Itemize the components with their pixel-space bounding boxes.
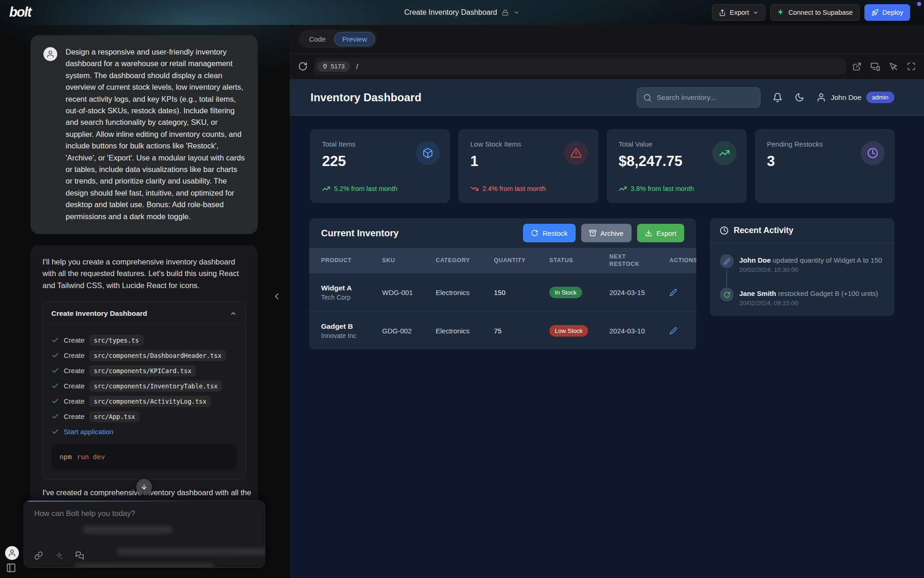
kpi-card-total-value: Total Value $8,247.75 3.8% from last mon… <box>607 129 747 203</box>
command-args: run dev <box>77 453 105 461</box>
user-name: John Doe <box>831 93 861 102</box>
responsive-devices-icon[interactable] <box>870 61 880 71</box>
file-path-chip[interactable]: src/App.tsx <box>89 411 140 422</box>
open-external-icon[interactable] <box>852 62 862 71</box>
check-icon <box>51 412 59 420</box>
step-action: Create <box>64 397 85 405</box>
build-steps-panel: Create Inventory Dashboard Create src/ty… <box>43 301 246 480</box>
status-badge: Low Stock <box>549 325 588 337</box>
deploy-button[interactable]: Deploy <box>864 4 910 21</box>
status-badge: In Stock <box>549 287 582 298</box>
category-cell: Electronics <box>436 289 494 296</box>
chevron-down-icon <box>753 10 759 16</box>
chat-input[interactable] <box>34 509 251 518</box>
column-header: STATUS <box>549 257 609 264</box>
kpi-card-pending-restocks: Pending Restocks 3 <box>755 129 895 203</box>
link-attach-button[interactable] <box>34 551 43 560</box>
port-badge[interactable]: 5173 <box>317 61 350 72</box>
build-step: Create src/App.tsx <box>51 409 237 424</box>
trending-down-icon <box>470 184 479 193</box>
collapse-chat-button[interactable] <box>272 291 282 301</box>
export-csv-button[interactable]: Export <box>637 224 684 242</box>
step-action: Create <box>64 412 85 420</box>
command-name: npm <box>60 453 72 461</box>
chat-mode-button[interactable] <box>75 551 84 560</box>
check-icon <box>51 382 59 390</box>
check-icon <box>51 367 59 375</box>
role-badge: admin <box>866 92 894 103</box>
account-avatar[interactable] <box>5 546 19 560</box>
file-path-chip[interactable]: src/components/KPICard.tsx <box>89 365 196 376</box>
archive-button[interactable]: Archive <box>581 224 632 242</box>
user-menu[interactable]: John Doe admin <box>816 92 894 103</box>
step-action: Create <box>64 367 85 375</box>
blurred-text <box>116 548 265 555</box>
file-path-chip[interactable]: src/components/DashboardHeader.tsx <box>89 350 226 361</box>
file-path-chip[interactable]: src/types.ts <box>89 335 144 346</box>
bell-icon[interactable] <box>772 92 783 103</box>
export-button[interactable]: Export <box>712 4 766 21</box>
search-input[interactable] <box>657 88 756 107</box>
table-row[interactable]: Gadget B Innovate Inc GDG-002 Electronic… <box>309 311 696 350</box>
file-path-chip[interactable]: src/components/InventoryTable.tsx <box>89 381 222 392</box>
enhance-prompt-button[interactable] <box>55 552 63 560</box>
column-header: SKU <box>382 257 436 264</box>
quantity-cell[interactable]: 150 <box>494 289 549 296</box>
start-application-step: Start application <box>51 424 237 439</box>
project-title-menu[interactable]: Create Inventory Dashboard <box>404 0 520 25</box>
edit-pencil-icon[interactable] <box>669 327 696 335</box>
sku-cell: GDG-002 <box>382 327 436 335</box>
blurred-text <box>75 563 213 568</box>
bolt-logo[interactable]: bolt <box>9 5 31 20</box>
build-step: Create src/types.ts <box>51 332 237 348</box>
restock-label: Restock <box>542 229 567 237</box>
build-step: Create src/components/KPICard.tsx <box>51 363 237 378</box>
kpi-card-total-items: Total Items 225 5.2% from last month <box>310 129 450 203</box>
chat-panel: Design a responsive and user-friendly in… <box>0 25 290 578</box>
chevron-down-icon[interactable] <box>513 9 520 16</box>
activity-title: Recent Activity <box>734 226 793 235</box>
kpi-value: 1 <box>470 153 478 170</box>
check-icon <box>51 336 59 344</box>
url-input[interactable]: 5173 / <box>314 58 846 75</box>
bolt-app-window: bolt Create Inventory Dashboard Export C… <box>0 0 924 578</box>
refresh-icon <box>720 288 734 301</box>
restock-button[interactable]: Restock <box>523 224 575 242</box>
user-avatar <box>43 47 57 61</box>
fullscreen-icon[interactable] <box>907 62 916 71</box>
category-cell: Electronics <box>436 327 494 335</box>
table-row[interactable]: Widget A Tech Corp WDG-001 Electronics 1… <box>309 273 696 311</box>
build-panel-title: Create Inventory Dashboard <box>51 309 147 318</box>
edit-pencil-icon[interactable] <box>669 289 696 296</box>
activity-timestamp: 20/02/2024, 09:15:00 <box>739 300 798 307</box>
sku-cell: WDG-001 <box>382 289 436 296</box>
user-message-text: Design a responsive and user-friendly in… <box>66 46 246 222</box>
dark-mode-toggle-icon[interactable] <box>795 92 804 102</box>
user-icon <box>816 92 826 102</box>
build-step: Create src/components/DashboardHeader.ts… <box>51 348 237 363</box>
kpi-value: 3 <box>767 153 775 170</box>
tab-code[interactable]: Code <box>301 32 334 46</box>
lock-icon <box>502 9 509 16</box>
start-application-link[interactable]: Start application <box>64 428 114 436</box>
activity-user: John Doe <box>739 256 771 264</box>
quantity-cell[interactable]: 75 <box>494 327 549 335</box>
collapse-panel-button[interactable] <box>230 310 237 317</box>
inspect-pointer-icon[interactable] <box>889 62 898 71</box>
scroll-to-bottom-button[interactable] <box>136 479 152 495</box>
user-message: Design a responsive and user-friendly in… <box>30 35 258 234</box>
recent-activity-card: Recent Activity John Doe updated quantit… <box>710 218 894 316</box>
sidebar-toggle-icon[interactable] <box>6 563 16 573</box>
dashboard-title: Inventory Dashboard <box>310 91 421 104</box>
check-icon <box>51 351 59 359</box>
connect-supabase-button[interactable]: Connect to Supabase <box>770 4 859 21</box>
port-number: 5173 <box>331 63 345 70</box>
alert-triangle-icon <box>564 141 588 165</box>
share-icon <box>719 9 726 16</box>
inventory-search <box>637 87 760 108</box>
tab-preview[interactable]: Preview <box>334 32 375 46</box>
search-icon <box>643 93 652 102</box>
reload-icon[interactable] <box>298 61 308 71</box>
next-restock-cell: 2024-03-15 <box>609 289 669 296</box>
file-path-chip[interactable]: src/components/ActivityLog.tsx <box>89 396 211 407</box>
